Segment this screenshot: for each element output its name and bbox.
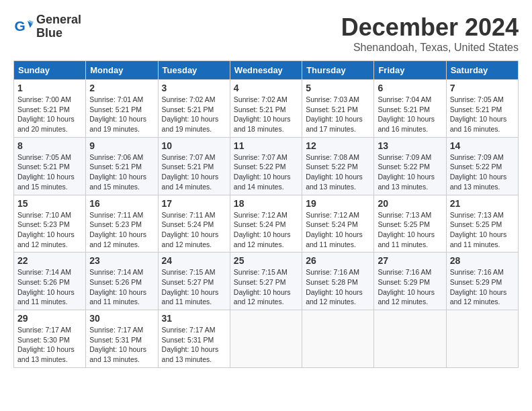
calendar-cell: 14 Sunrise: 7:09 AMSunset: 5:22 PMDaylig… <box>446 137 518 195</box>
day-info: Sunrise: 7:12 AMSunset: 5:24 PMDaylight:… <box>306 211 363 248</box>
calendar-cell: 6 Sunrise: 7:04 AMSunset: 5:21 PMDayligh… <box>374 80 446 138</box>
calendar-cell: 10 Sunrise: 7:07 AMSunset: 5:21 PMDaylig… <box>158 137 230 195</box>
calendar-cell <box>230 310 302 368</box>
day-info: Sunrise: 7:16 AMSunset: 5:29 PMDaylight:… <box>378 268 435 306</box>
day-info: Sunrise: 7:14 AMSunset: 5:26 PMDaylight:… <box>89 268 146 306</box>
day-number: 17 <box>162 198 226 209</box>
calendar-cell: 4 Sunrise: 7:02 AMSunset: 5:21 PMDayligh… <box>230 80 302 138</box>
day-info: Sunrise: 7:05 AMSunset: 5:21 PMDaylight:… <box>450 95 507 133</box>
logo-icon: G <box>13 17 34 37</box>
calendar-cell: 25 Sunrise: 7:15 AMSunset: 5:27 PMDaylig… <box>230 253 302 310</box>
day-number: 30 <box>89 313 154 324</box>
calendar-cell: 24 Sunrise: 7:15 AMSunset: 5:27 PMDaylig… <box>158 253 230 310</box>
day-number: 10 <box>162 140 226 151</box>
day-number: 3 <box>162 83 226 93</box>
day-number: 4 <box>234 83 298 93</box>
page-header: G General Blue December 2024 Shenandoah,… <box>13 13 519 54</box>
calendar-cell: 16 Sunrise: 7:11 AMSunset: 5:23 PMDaylig… <box>86 195 158 253</box>
month-title: December 2024 <box>341 13 519 42</box>
calendar-week-row: 8 Sunrise: 7:05 AMSunset: 5:21 PMDayligh… <box>14 137 519 195</box>
calendar-cell: 2 Sunrise: 7:01 AMSunset: 5:21 PMDayligh… <box>86 80 158 138</box>
calendar-cell: 9 Sunrise: 7:06 AMSunset: 5:21 PMDayligh… <box>86 137 158 195</box>
day-info: Sunrise: 7:03 AMSunset: 5:21 PMDaylight:… <box>306 95 363 133</box>
day-info: Sunrise: 7:15 AMSunset: 5:27 PMDaylight:… <box>234 268 291 306</box>
weekday-header: Wednesday <box>230 61 302 80</box>
location-title: Shenandoah, Texas, United States <box>341 42 519 54</box>
day-number: 2 <box>89 83 154 93</box>
calendar-cell: 18 Sunrise: 7:12 AMSunset: 5:24 PMDaylig… <box>230 195 302 253</box>
day-info: Sunrise: 7:16 AMSunset: 5:28 PMDaylight:… <box>306 268 363 306</box>
calendar-cell: 30 Sunrise: 7:17 AMSunset: 5:31 PMDaylig… <box>86 310 158 368</box>
day-number: 26 <box>306 255 370 266</box>
calendar-cell <box>302 310 374 368</box>
day-info: Sunrise: 7:13 AMSunset: 5:25 PMDaylight:… <box>378 211 435 248</box>
day-number: 1 <box>17 83 82 93</box>
day-number: 8 <box>17 140 82 151</box>
day-number: 20 <box>378 198 442 209</box>
day-info: Sunrise: 7:05 AMSunset: 5:21 PMDaylight:… <box>17 153 75 191</box>
calendar-cell: 7 Sunrise: 7:05 AMSunset: 5:21 PMDayligh… <box>446 80 518 138</box>
day-number: 12 <box>306 140 370 151</box>
calendar-cell: 23 Sunrise: 7:14 AMSunset: 5:26 PMDaylig… <box>86 253 158 310</box>
calendar-cell: 17 Sunrise: 7:11 AMSunset: 5:24 PMDaylig… <box>158 195 230 253</box>
day-info: Sunrise: 7:09 AMSunset: 5:22 PMDaylight:… <box>450 153 507 191</box>
day-info: Sunrise: 7:17 AMSunset: 5:30 PMDaylight:… <box>17 326 75 363</box>
day-number: 5 <box>306 83 370 93</box>
logo: G General Blue <box>13 13 81 40</box>
calendar-cell: 5 Sunrise: 7:03 AMSunset: 5:21 PMDayligh… <box>302 80 374 138</box>
day-number: 18 <box>234 198 298 209</box>
day-number: 19 <box>306 198 370 209</box>
day-info: Sunrise: 7:16 AMSunset: 5:29 PMDaylight:… <box>450 268 507 306</box>
day-info: Sunrise: 7:15 AMSunset: 5:27 PMDaylight:… <box>162 268 219 306</box>
day-number: 15 <box>17 198 82 209</box>
logo-line2: Blue <box>36 27 81 40</box>
day-info: Sunrise: 7:04 AMSunset: 5:21 PMDaylight:… <box>378 95 435 133</box>
day-number: 31 <box>162 313 226 324</box>
day-number: 27 <box>378 255 442 266</box>
day-number: 9 <box>89 140 154 151</box>
calendar-cell: 1 Sunrise: 7:00 AMSunset: 5:21 PMDayligh… <box>14 80 86 138</box>
calendar-cell: 28 Sunrise: 7:16 AMSunset: 5:29 PMDaylig… <box>446 253 518 310</box>
day-number: 25 <box>234 255 298 266</box>
calendar-week-row: 1 Sunrise: 7:00 AMSunset: 5:21 PMDayligh… <box>14 80 519 138</box>
weekday-header: Saturday <box>446 61 518 80</box>
day-number: 22 <box>17 255 82 266</box>
calendar-cell: 20 Sunrise: 7:13 AMSunset: 5:25 PMDaylig… <box>374 195 446 253</box>
day-number: 21 <box>450 198 515 209</box>
day-number: 11 <box>234 140 298 151</box>
calendar-cell: 22 Sunrise: 7:14 AMSunset: 5:26 PMDaylig… <box>14 253 86 310</box>
day-number: 29 <box>17 313 82 324</box>
day-info: Sunrise: 7:11 AMSunset: 5:24 PMDaylight:… <box>162 211 219 248</box>
calendar-header-row: SundayMondayTuesdayWednesdayThursdayFrid… <box>14 61 519 80</box>
svg-text:G: G <box>15 18 26 34</box>
day-number: 14 <box>450 140 515 151</box>
day-number: 6 <box>378 83 442 93</box>
calendar-cell <box>374 310 446 368</box>
title-area: December 2024 Shenandoah, Texas, United … <box>341 13 519 54</box>
calendar-week-row: 22 Sunrise: 7:14 AMSunset: 5:26 PMDaylig… <box>14 253 519 310</box>
day-number: 23 <box>89 255 154 266</box>
calendar-cell: 11 Sunrise: 7:07 AMSunset: 5:22 PMDaylig… <box>230 137 302 195</box>
day-info: Sunrise: 7:06 AMSunset: 5:21 PMDaylight:… <box>89 153 146 191</box>
calendar-cell: 27 Sunrise: 7:16 AMSunset: 5:29 PMDaylig… <box>374 253 446 310</box>
day-info: Sunrise: 7:02 AMSunset: 5:21 PMDaylight:… <box>234 95 291 133</box>
day-info: Sunrise: 7:08 AMSunset: 5:22 PMDaylight:… <box>306 153 363 191</box>
day-info: Sunrise: 7:09 AMSunset: 5:22 PMDaylight:… <box>378 153 435 191</box>
day-number: 7 <box>450 83 515 93</box>
day-number: 24 <box>162 255 226 266</box>
logo-line1: General <box>36 13 81 27</box>
calendar-week-row: 15 Sunrise: 7:10 AMSunset: 5:23 PMDaylig… <box>14 195 519 253</box>
day-info: Sunrise: 7:07 AMSunset: 5:22 PMDaylight:… <box>234 153 291 191</box>
day-number: 16 <box>89 198 154 209</box>
day-info: Sunrise: 7:07 AMSunset: 5:21 PMDaylight:… <box>162 153 219 191</box>
day-info: Sunrise: 7:00 AMSunset: 5:21 PMDaylight:… <box>17 95 75 133</box>
calendar-cell: 3 Sunrise: 7:02 AMSunset: 5:21 PMDayligh… <box>158 80 230 138</box>
weekday-header: Friday <box>374 61 446 80</box>
day-info: Sunrise: 7:12 AMSunset: 5:24 PMDaylight:… <box>234 211 291 248</box>
calendar-cell: 19 Sunrise: 7:12 AMSunset: 5:24 PMDaylig… <box>302 195 374 253</box>
weekday-header: Tuesday <box>158 61 230 80</box>
day-info: Sunrise: 7:11 AMSunset: 5:23 PMDaylight:… <box>89 211 146 248</box>
calendar-cell: 31 Sunrise: 7:17 AMSunset: 5:31 PMDaylig… <box>158 310 230 368</box>
calendar-cell: 8 Sunrise: 7:05 AMSunset: 5:21 PMDayligh… <box>14 137 86 195</box>
calendar-cell: 21 Sunrise: 7:13 AMSunset: 5:25 PMDaylig… <box>446 195 518 253</box>
